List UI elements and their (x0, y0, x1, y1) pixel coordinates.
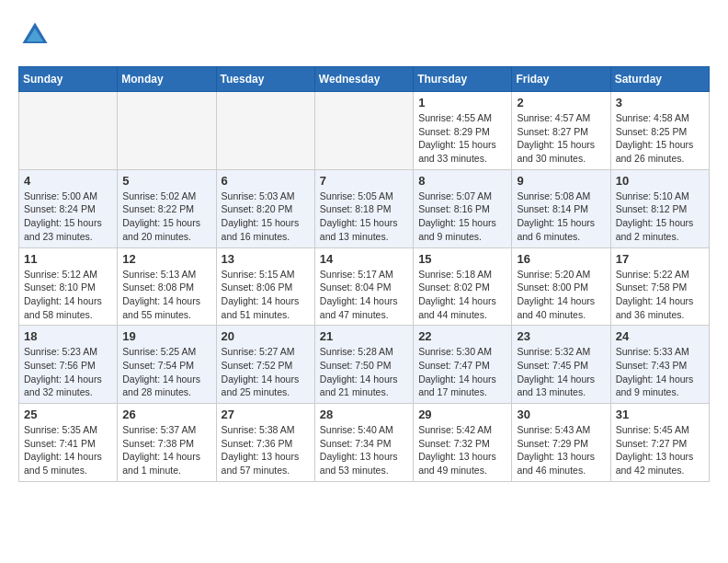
day-info: Sunrise: 5:33 AM Sunset: 7:43 PM Dayligh… (616, 345, 704, 399)
day-number: 29 (418, 408, 506, 421)
day-cell: 7 Sunrise: 5:05 AM Sunset: 8:18 PM Dayli… (314, 169, 413, 247)
day-cell: 3 Sunrise: 4:58 AM Sunset: 8:25 PM Dayli… (610, 92, 709, 170)
logo (18, 18, 57, 52)
daylight-label: Daylight: 14 hours and 28 minutes. (122, 373, 200, 398)
day-cell: 25 Sunrise: 5:35 AM Sunset: 7:41 PM Dayl… (19, 404, 118, 482)
daylight-label: Daylight: 14 hours and 36 minutes. (616, 295, 694, 320)
empty-cell (314, 92, 413, 170)
weekday-header: Friday (512, 67, 610, 92)
sunrise-label: Sunrise: 5:43 AM (517, 424, 590, 435)
day-cell: 24 Sunrise: 5:33 AM Sunset: 7:43 PM Dayl… (610, 326, 709, 404)
day-cell: 21 Sunrise: 5:28 AM Sunset: 7:50 PM Dayl… (314, 326, 413, 404)
day-info: Sunrise: 5:08 AM Sunset: 8:14 PM Dayligh… (517, 190, 605, 244)
day-info: Sunrise: 5:13 AM Sunset: 8:08 PM Dayligh… (122, 268, 210, 322)
weekday-header: Saturday (610, 67, 709, 92)
sunset-label: Sunset: 7:34 PM (320, 438, 392, 449)
sunrise-label: Sunrise: 5:37 AM (122, 424, 196, 435)
sunrise-label: Sunrise: 5:08 AM (517, 190, 590, 201)
day-info: Sunrise: 5:35 AM Sunset: 7:41 PM Dayligh… (24, 423, 112, 477)
sunset-label: Sunset: 8:10 PM (24, 282, 96, 293)
day-info: Sunrise: 5:28 AM Sunset: 7:50 PM Dayligh… (320, 345, 408, 399)
day-info: Sunrise: 5:05 AM Sunset: 8:18 PM Dayligh… (320, 190, 408, 244)
weekday-header: Thursday (414, 67, 512, 92)
day-cell: 5 Sunrise: 5:02 AM Sunset: 8:22 PM Dayli… (118, 169, 216, 247)
daylight-label: Daylight: 14 hours and 44 minutes. (418, 295, 496, 320)
day-number: 10 (616, 174, 704, 188)
sunrise-label: Sunrise: 5:35 AM (24, 424, 97, 435)
day-number: 17 (616, 252, 704, 266)
day-cell: 31 Sunrise: 5:45 AM Sunset: 7:27 PM Dayl… (610, 404, 709, 482)
week-row: 25 Sunrise: 5:35 AM Sunset: 7:41 PM Dayl… (19, 404, 710, 482)
daylight-label: Daylight: 14 hours and 58 minutes. (24, 295, 102, 320)
day-cell: 9 Sunrise: 5:08 AM Sunset: 8:14 PM Dayli… (512, 169, 610, 247)
daylight-label: Daylight: 13 hours and 49 minutes. (418, 451, 496, 476)
day-info: Sunrise: 5:38 AM Sunset: 7:36 PM Dayligh… (222, 423, 310, 477)
day-info: Sunrise: 5:37 AM Sunset: 7:38 PM Dayligh… (122, 423, 210, 477)
sunset-label: Sunset: 7:52 PM (222, 360, 293, 371)
sunrise-label: Sunrise: 5:12 AM (24, 269, 97, 280)
day-number: 8 (418, 174, 506, 188)
day-cell: 2 Sunrise: 4:57 AM Sunset: 8:27 PM Dayli… (512, 92, 610, 170)
sunset-label: Sunset: 7:27 PM (616, 438, 688, 449)
day-number: 14 (320, 252, 408, 266)
day-cell: 28 Sunrise: 5:40 AM Sunset: 7:34 PM Dayl… (314, 404, 413, 482)
day-number: 19 (122, 329, 210, 343)
day-cell: 14 Sunrise: 5:17 AM Sunset: 8:04 PM Dayl… (314, 247, 413, 326)
daylight-label: Daylight: 14 hours and 5 minutes. (24, 451, 102, 476)
day-info: Sunrise: 5:32 AM Sunset: 7:45 PM Dayligh… (517, 345, 605, 399)
sunset-label: Sunset: 7:47 PM (418, 360, 490, 371)
day-number: 1 (418, 96, 506, 109)
day-number: 7 (320, 174, 408, 188)
sunrise-label: Sunrise: 5:30 AM (418, 346, 492, 357)
day-info: Sunrise: 5:12 AM Sunset: 8:10 PM Dayligh… (24, 268, 112, 322)
sunset-label: Sunset: 7:43 PM (616, 360, 688, 371)
day-info: Sunrise: 4:57 AM Sunset: 8:27 PM Dayligh… (517, 111, 605, 166)
sunset-label: Sunset: 8:04 PM (320, 282, 392, 293)
day-info: Sunrise: 5:20 AM Sunset: 8:00 PM Dayligh… (517, 268, 605, 322)
day-info: Sunrise: 5:40 AM Sunset: 7:34 PM Dayligh… (320, 423, 408, 477)
day-number: 24 (616, 329, 704, 343)
day-number: 9 (517, 174, 605, 188)
sunset-label: Sunset: 7:36 PM (222, 438, 293, 449)
sunrise-label: Sunrise: 4:58 AM (616, 112, 689, 123)
sunset-label: Sunset: 8:16 PM (418, 203, 490, 214)
sunset-label: Sunset: 7:29 PM (517, 438, 588, 449)
sunset-label: Sunset: 8:06 PM (222, 282, 293, 293)
day-info: Sunrise: 5:02 AM Sunset: 8:22 PM Dayligh… (122, 190, 210, 244)
day-number: 6 (222, 174, 310, 188)
daylight-label: Daylight: 14 hours and 40 minutes. (517, 295, 595, 320)
daylight-label: Daylight: 15 hours and 13 minutes. (320, 217, 398, 242)
day-info: Sunrise: 5:23 AM Sunset: 7:56 PM Dayligh… (24, 345, 112, 399)
daylight-label: Daylight: 14 hours and 1 minute. (122, 451, 200, 476)
day-number: 28 (320, 408, 408, 421)
sunrise-label: Sunrise: 5:18 AM (418, 269, 492, 280)
sunrise-label: Sunrise: 5:00 AM (24, 190, 97, 201)
daylight-label: Daylight: 15 hours and 2 minutes. (616, 217, 694, 242)
day-number: 26 (122, 408, 210, 421)
day-info: Sunrise: 5:18 AM Sunset: 8:02 PM Dayligh… (418, 268, 506, 322)
day-number: 11 (24, 252, 112, 266)
day-number: 12 (122, 252, 210, 266)
sunrise-label: Sunrise: 5:25 AM (122, 346, 196, 357)
daylight-label: Daylight: 14 hours and 32 minutes. (24, 373, 102, 398)
day-cell: 19 Sunrise: 5:25 AM Sunset: 7:54 PM Dayl… (118, 326, 216, 404)
day-number: 27 (222, 408, 310, 421)
day-number: 25 (24, 408, 112, 421)
sunrise-label: Sunrise: 5:32 AM (517, 346, 590, 357)
day-info: Sunrise: 5:45 AM Sunset: 7:27 PM Dayligh… (616, 423, 704, 477)
day-number: 20 (222, 329, 310, 343)
day-info: Sunrise: 5:27 AM Sunset: 7:52 PM Dayligh… (222, 345, 310, 399)
day-info: Sunrise: 5:07 AM Sunset: 8:16 PM Dayligh… (418, 190, 506, 244)
day-number: 30 (517, 408, 605, 421)
sunset-label: Sunset: 8:00 PM (517, 282, 588, 293)
daylight-label: Daylight: 15 hours and 26 minutes. (616, 139, 694, 164)
day-cell: 15 Sunrise: 5:18 AM Sunset: 8:02 PM Dayl… (414, 247, 512, 326)
sunset-label: Sunset: 8:27 PM (517, 126, 588, 137)
daylight-label: Daylight: 13 hours and 42 minutes. (616, 451, 694, 476)
day-cell: 30 Sunrise: 5:43 AM Sunset: 7:29 PM Dayl… (512, 404, 610, 482)
sunrise-label: Sunrise: 5:22 AM (616, 269, 689, 280)
daylight-label: Daylight: 14 hours and 9 minutes. (616, 373, 694, 398)
day-number: 15 (418, 252, 506, 266)
sunrise-label: Sunrise: 5:17 AM (320, 269, 393, 280)
sunset-label: Sunset: 8:02 PM (418, 282, 490, 293)
